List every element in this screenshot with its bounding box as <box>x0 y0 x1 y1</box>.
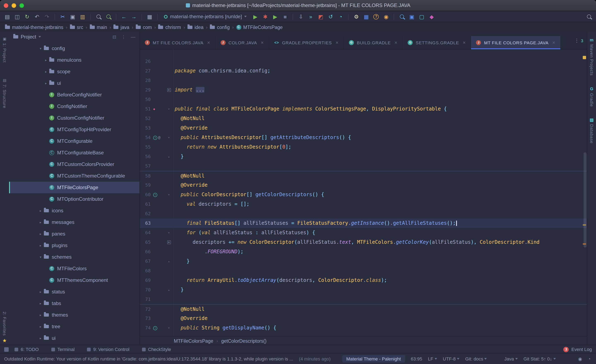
error-stripe-mark[interactable] <box>583 224 586 226</box>
hidden-tabs-dropdown[interactable]: ⋮ 3 <box>570 38 587 44</box>
code-line-26[interactable]: 26 <box>140 57 587 66</box>
tool-button-9-version-control[interactable]: 9: Version Control <box>87 347 129 352</box>
search-everywhere-icon[interactable] <box>398 13 406 21</box>
expand-arrow-icon[interactable]: ▸ <box>38 232 43 236</box>
tree-item-mtconfigurable[interactable]: CMTConfigurable <box>9 135 140 147</box>
fold-marker-icon[interactable]: ▴ <box>165 257 173 266</box>
tree-item-schemes[interactable]: ▾schemes <box>9 251 140 263</box>
project-panel-title[interactable]: Project <box>13 34 41 40</box>
code-line-67[interactable]: 67▴ } <box>140 257 587 266</box>
fold-marker-icon[interactable]: + <box>165 238 173 247</box>
tree-item-panes[interactable]: ▸panes <box>9 228 140 240</box>
breadcrumb-class[interactable]: MTFileColorsPage <box>174 338 213 343</box>
settings-gear-icon[interactable]: ⚙ <box>352 13 360 21</box>
code-line-69[interactable]: 69 return ArrayUtil.toObjectArray(descri… <box>140 276 587 285</box>
editor-tab-color-java[interactable]: JCOLOR.JAVA× <box>216 36 269 49</box>
expand-arrow-icon[interactable]: ▸ <box>38 244 43 247</box>
code-editor[interactable]: 2627package com.chrisrm.idea.config;2829… <box>140 49 587 336</box>
collapse-arrow-icon[interactable]: ▾ <box>38 255 43 259</box>
close-tab-icon[interactable]: × <box>261 40 264 45</box>
code-line-50[interactable]: 50 <box>140 95 587 104</box>
expand-arrow-icon[interactable]: ▸ <box>38 336 43 340</box>
code-line-59[interactable]: 59 @Override <box>140 180 587 190</box>
tree-item-mtfilecolorspage[interactable]: CMTFileColorsPage <box>9 182 140 193</box>
zoom-window-button[interactable] <box>19 3 24 8</box>
tree-item-config[interactable]: ▾config <box>9 43 140 54</box>
code-line-62[interactable]: 62 <box>140 209 587 219</box>
breadcrumb-item-idea[interactable]: idea <box>187 25 204 30</box>
tree-item-mtcustomcolorsprovider[interactable]: CMTCustomColorsProvider <box>9 158 140 170</box>
code-line-65[interactable]: 65+ descriptors += new ColorDescriptor(a… <box>140 238 587 247</box>
tree-item-mtconfigtophitprovider[interactable]: CMTConfigTopHitProvider <box>9 124 140 135</box>
web-icon[interactable]: ◉ <box>382 13 390 21</box>
status-message[interactable]: Outdated Kotlin Runtime: Your version of… <box>4 356 293 361</box>
code-line-63[interactable]: 63 final FileStatus[] allFileStatuses = … <box>140 219 587 228</box>
redo-icon[interactable]: ↷ <box>43 13 51 21</box>
tool-button-6-todo[interactable]: 6: TODO <box>15 347 39 352</box>
code-line-29[interactable]: 29+import ... <box>140 85 587 95</box>
encoding-widget[interactable]: UTF-8 <box>443 356 459 361</box>
caret-position-widget[interactable]: 63:95 <box>411 356 422 361</box>
tool-button-favorites[interactable]: 2: Favorites ★ <box>2 312 7 345</box>
breadcrumb-item-java[interactable]: java <box>114 25 129 30</box>
code-line-52[interactable]: 52 @NotNull <box>140 114 587 123</box>
class-marker-icon[interactable]: ◆ <box>153 104 155 114</box>
tree-item-status[interactable]: ▸status <box>9 286 140 297</box>
close-window-button[interactable] <box>4 3 8 8</box>
tree-item-customconfignotifier[interactable]: ICustomConfigNotifier <box>9 112 140 124</box>
copy-icon[interactable]: ▣ <box>69 13 77 21</box>
code-line-68[interactable]: 68 <box>140 266 587 276</box>
collapse-arrow-icon[interactable]: ▾ <box>38 47 43 50</box>
expand-arrow-icon[interactable]: ▸ <box>38 313 43 317</box>
save-all-icon[interactable]: ◫ <box>13 13 21 21</box>
tool-button-gradle[interactable]: G Gradle <box>589 87 594 107</box>
debug-icon[interactable]: ✱ <box>261 13 269 21</box>
search-icon[interactable] <box>585 13 593 21</box>
git-stat-widget[interactable]: Git Stat: 5↑ 0↓ <box>523 356 556 361</box>
tree-item-mtfilecolors[interactable]: CMTFileColors <box>9 263 140 275</box>
tree-item-messages[interactable]: ▸messages <box>9 216 140 228</box>
expand-arrow-icon[interactable]: ▸ <box>38 325 43 328</box>
breadcrumb-item-config[interactable]: config <box>210 25 230 30</box>
plugins-icon[interactable]: ◆ <box>428 13 436 21</box>
expand-arrow-icon[interactable]: ▸ <box>44 58 48 62</box>
run-configuration-select[interactable]: material-theme-jetbrains [runIde] <box>164 14 247 19</box>
tool-button-project[interactable]: ▣ 1: Project <box>2 37 7 63</box>
run-icon[interactable]: ▶ <box>252 13 259 21</box>
editor-tab-settings-gradle[interactable]: GSETTINGS.GRADLE× <box>403 36 471 49</box>
minimize-window-button[interactable] <box>12 3 16 8</box>
editor-tab-mt-file-colors-java[interactable]: JMT FILE COLORS.JAVA× <box>140 36 216 49</box>
stop-icon[interactable]: ■ <box>281 13 289 21</box>
code-line-74[interactable]: 74↑▾ public String getDisplayName() { <box>140 323 587 333</box>
collapse-all-icon[interactable]: ⊟ <box>112 34 116 39</box>
code-line-53[interactable]: 53 @Override <box>140 123 587 133</box>
fold-marker-icon[interactable]: ▾ <box>165 104 173 114</box>
git-branch-widget[interactable]: Git: docs <box>465 356 487 361</box>
synchronize-icon[interactable]: ↻ <box>23 13 31 21</box>
code-line-71[interactable]: 71 <box>140 295 587 304</box>
undo-icon[interactable]: ↶ <box>33 13 41 21</box>
background-tasks-icon[interactable]: ◔ <box>588 356 591 361</box>
overriding-method-icon[interactable]: ↑ <box>153 326 157 330</box>
tool-button-terminal[interactable]: Terminal <box>51 347 74 352</box>
run-coverage-icon[interactable]: ▶ <box>271 13 279 21</box>
tree-item-plugins[interactable]: ▸plugins <box>9 240 140 251</box>
tree-item-mtconfigurablebase[interactable]: CMTConfigurableBase <box>9 147 140 158</box>
close-tab-icon[interactable]: × <box>336 40 339 45</box>
tree-item-tree[interactable]: ▸tree <box>9 321 140 332</box>
close-tab-icon[interactable]: × <box>207 40 210 45</box>
tool-window-switcher-icon[interactable] <box>4 347 9 352</box>
run-console-icon[interactable]: » <box>307 13 315 21</box>
editor-tab-gradle-properties[interactable]: <>GRADLE.PROPERTIES× <box>269 36 344 49</box>
tool-button-event-log[interactable]: 3 Event Log <box>564 347 592 352</box>
tree-item-mtcustomthemeconfigurable[interactable]: CMTCustomThemeConfigurable <box>9 170 140 182</box>
fold-marker-icon[interactable]: ▾ <box>165 228 173 238</box>
fold-marker-icon[interactable]: ▴ <box>165 152 173 161</box>
expand-arrow-icon[interactable]: ▸ <box>38 302 43 305</box>
replace-icon[interactable] <box>104 13 112 21</box>
code-line-57[interactable]: 57 <box>140 161 587 171</box>
code-line-73[interactable]: 73 @Override <box>140 314 587 323</box>
help-icon[interactable]: ? <box>372 13 380 21</box>
breadcrumb-item-mtfilecolorspage[interactable]: CMTFileColorsPage <box>236 25 283 30</box>
code-line-28[interactable]: 28 <box>140 76 587 85</box>
